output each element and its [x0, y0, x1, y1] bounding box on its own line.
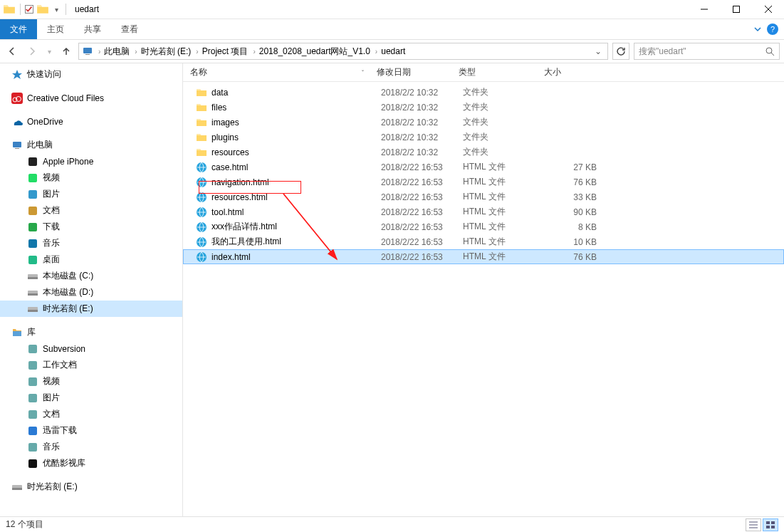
view-details-button[interactable]: [746, 518, 761, 531]
tree-item[interactable]: 下载: [0, 219, 182, 235]
tree-onedrive[interactable]: OneDrive: [0, 113, 182, 130]
crumb-current[interactable]: uedart: [381, 46, 405, 56]
tree-item[interactable]: 本地磁盘 (C:): [0, 268, 182, 284]
tree-item[interactable]: 图片: [0, 390, 182, 406]
forward-button[interactable]: [24, 43, 40, 59]
tree-item[interactable]: 文档: [0, 406, 182, 422]
address-dropdown-icon[interactable]: ⌄: [592, 46, 605, 56]
tree-item[interactable]: 文档: [0, 202, 182, 219]
tree-label: 本地磁盘 (D:): [43, 286, 93, 298]
crumb-version[interactable]: 2018_0208_uedart网站_V1.0: [259, 46, 370, 58]
search-input[interactable]: 搜索"uedart": [634, 43, 780, 60]
file-size: 27 KB: [548, 162, 612, 172]
minimize-button[interactable]: [688, 0, 720, 19]
file-tab[interactable]: 文件: [0, 19, 37, 39]
maximize-button[interactable]: [720, 0, 752, 19]
file-name: index.html: [211, 252, 381, 262]
tab-share[interactable]: 共享: [74, 19, 111, 39]
back-button[interactable]: [4, 43, 20, 59]
tree-label: 视频: [43, 172, 60, 184]
crumb-drive[interactable]: 时光若刻 (E:): [141, 46, 192, 58]
svg-rect-40: [766, 521, 770, 524]
tree-item[interactable]: 视频: [0, 373, 182, 390]
tree-label: 文档: [43, 408, 60, 420]
search-icon[interactable]: [765, 46, 775, 56]
tab-view[interactable]: 查看: [111, 19, 148, 39]
tree-this-pc[interactable]: 此电脑: [0, 137, 182, 153]
chevron-right-icon[interactable]: ›: [131, 48, 140, 56]
tree-item[interactable]: Apple iPhone: [0, 153, 182, 169]
view-icons-button[interactable]: [763, 518, 778, 531]
tree-item[interactable]: 本地磁盘 (D:): [0, 284, 182, 301]
tree-libraries[interactable]: 库: [0, 324, 182, 340]
file-row[interactable]: resources.html2018/2/22 16:53HTML 文件33 K…: [183, 189, 784, 204]
tree-label: Subversion: [43, 344, 85, 354]
chevron-right-icon[interactable]: ›: [95, 48, 104, 56]
svg-rect-29: [28, 443, 37, 452]
file-row[interactable]: index.html2018/2/22 16:53HTML 文件76 KB: [183, 249, 784, 264]
ribbon-expand-icon[interactable]: [754, 26, 761, 33]
tree-creative-cloud[interactable]: Creative Cloud Files: [0, 90, 182, 106]
close-button[interactable]: [752, 0, 784, 19]
navigation-tree[interactable]: 快速访问 Creative Cloud Files OneDrive 此电脑 A…: [0, 63, 183, 516]
tree-item[interactable]: 音乐: [0, 235, 182, 251]
up-button[interactable]: [58, 43, 74, 59]
file-row[interactable]: xxx作品详情.html2018/2/22 16:53HTML 文件8 KB: [183, 219, 784, 234]
file-date: 2018/2/2 10:32: [381, 118, 463, 127]
qat-checkbox[interactable]: [25, 5, 33, 14]
file-row[interactable]: files2018/2/2 10:32文件夹: [183, 100, 784, 115]
chevron-right-icon[interactable]: ›: [192, 48, 202, 56]
qat-dropdown-icon[interactable]: ▾: [52, 6, 61, 14]
chevron-right-icon[interactable]: ›: [249, 48, 258, 56]
svg-rect-21: [28, 310, 38, 312]
tree-item[interactable]: 音乐: [0, 439, 182, 455]
tree-item[interactable]: Subversion: [0, 340, 182, 357]
file-type: HTML 文件: [463, 161, 548, 173]
file-name: case.html: [211, 162, 381, 172]
file-name: plugins: [211, 132, 381, 142]
file-list[interactable]: data2018/2/2 10:32文件夹files2018/2/2 10:32…: [183, 82, 784, 516]
column-name[interactable]: 名称ˇ: [183, 66, 370, 78]
file-row[interactable]: case.html2018/2/22 16:53HTML 文件27 KB: [183, 160, 784, 174]
tree-quick-access[interactable]: 快速访问: [0, 66, 182, 83]
file-row[interactable]: data2018/2/2 10:32文件夹: [183, 85, 784, 100]
svg-rect-25: [28, 377, 37, 386]
tree-item[interactable]: 迅雷下载: [0, 422, 182, 439]
address-bar[interactable]: ›此电脑 ›时光若刻 (E:) ›Project 项目 ›2018_0208_u…: [78, 43, 608, 60]
tab-home[interactable]: 主页: [37, 19, 74, 39]
tree-label: 库: [27, 326, 36, 338]
column-size[interactable]: 大小: [537, 66, 784, 78]
tree-item[interactable]: 视频: [0, 169, 182, 186]
tree-item[interactable]: 工作文档: [0, 357, 182, 373]
file-size: 76 KB: [548, 177, 612, 187]
file-row[interactable]: resources2018/2/2 10:32文件夹: [183, 145, 784, 160]
column-date[interactable]: 修改日期: [370, 66, 451, 78]
file-row[interactable]: plugins2018/2/2 10:32文件夹: [183, 130, 784, 145]
crumb-thispc[interactable]: 此电脑: [104, 46, 130, 58]
help-icon[interactable]: ?: [767, 24, 778, 35]
tree-drive-bottom[interactable]: 时光若刻 (E:): [0, 479, 182, 495]
svg-rect-2: [85, 54, 90, 55]
column-headers[interactable]: 名称ˇ 修改日期 类型 大小: [183, 63, 784, 82]
file-type: 文件夹: [463, 116, 548, 128]
file-name: 我的工具使用.html: [211, 236, 381, 248]
file-name: resources: [211, 147, 381, 157]
tree-item[interactable]: 时光若刻 (E:): [0, 301, 182, 317]
file-date: 2018/2/2 10:32: [381, 88, 463, 98]
tree-item[interactable]: 桌面: [0, 251, 182, 268]
sort-indicator-icon: ˇ: [362, 69, 364, 76]
svg-rect-15: [28, 256, 37, 264]
tree-item[interactable]: 优酷影视库: [0, 455, 182, 471]
tree-label: 音乐: [43, 441, 60, 453]
recent-dropdown[interactable]: ▾: [44, 43, 54, 59]
file-row[interactable]: navigation.html2018/2/22 16:53HTML 文件76 …: [183, 174, 784, 189]
crumb-project[interactable]: Project 项目: [202, 46, 249, 58]
refresh-button[interactable]: [612, 43, 629, 60]
tree-item[interactable]: 图片: [0, 186, 182, 202]
file-row[interactable]: images2018/2/2 10:32文件夹: [183, 115, 784, 130]
file-row[interactable]: 我的工具使用.html2018/2/22 16:53HTML 文件10 KB: [183, 234, 784, 249]
column-type[interactable]: 类型: [451, 66, 537, 78]
tree-label: 下载: [43, 221, 60, 233]
chevron-right-icon[interactable]: ›: [372, 48, 381, 56]
file-row[interactable]: tool.html2018/2/22 16:53HTML 文件90 KB: [183, 204, 784, 219]
